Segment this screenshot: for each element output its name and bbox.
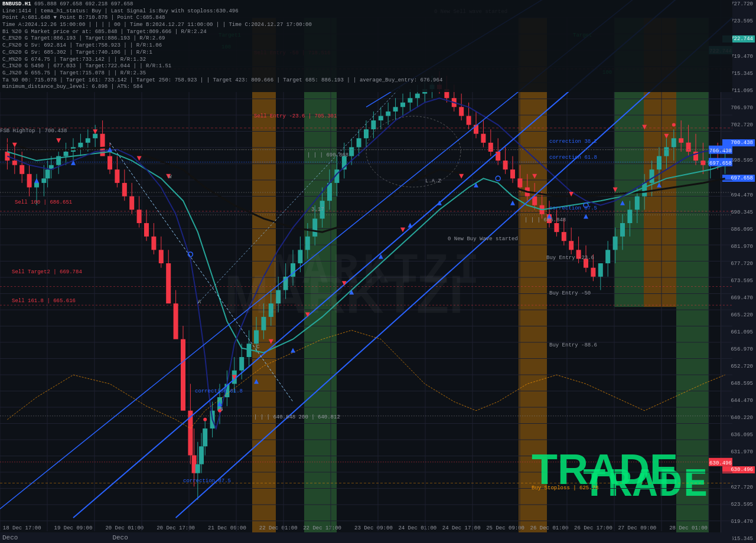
svg-rect-143 [284,277,288,290]
svg-rect-81 [71,147,76,152]
svg-rect-103 [151,237,156,250]
price-label: 673.595 [722,278,755,284]
svg-marker-278 [437,201,442,205]
svg-rect-111 [181,339,185,411]
svg-rect-79 [64,152,69,156]
price-label: 648.595 [722,381,755,387]
price-label: 640.220 [722,415,755,421]
ohlc-values: 695.888 697.658 692.218 697.658 [34,1,133,7]
svg-rect-227 [591,268,595,277]
info-line10: G_J%20 G 655.75 | Target:715.078 | | R/R… [2,70,730,77]
svg-rect-163 [357,138,361,147]
price-label: 686.095 [722,227,755,233]
svg-rect-197 [481,134,485,143]
svg-marker-288 [137,156,142,161]
time-label: 19 Dec 09:00 [54,525,93,531]
svg-rect-231 [605,250,610,263]
time-label: 24 Dec 01:00 [398,525,436,531]
svg-marker-271 [107,147,112,152]
info-line11: Ta %0 00: 715.078 | Target 161: 733.142 … [2,77,730,84]
svg-rect-69 [34,183,39,188]
svg-marker-298 [569,192,573,197]
time-label: 20 Dec 17:00 [157,525,195,531]
time-label: 26 Dec 01:00 [530,525,569,531]
info-line8: C_H%20 G 674.75 | Target:733.142 | | R/R… [2,57,730,64]
chart-annotation: 0 New Buy Wave started [448,236,518,242]
chart-annotation: correction 38.2 [549,139,597,145]
svg-marker-280 [510,201,515,205]
svg-rect-261 [715,161,720,165]
chart-zone [252,18,276,537]
svg-rect-109 [174,303,178,339]
top-info-panel: BNBUSD.H1 695.888 697.658 692.218 697.65… [0,0,732,92]
svg-rect-107 [166,263,171,303]
price-label: 652.720 [722,364,755,369]
svg-point-312 [366,116,461,187]
price-label: 698.595 [722,158,755,163]
svg-rect-161 [349,147,354,156]
chart-zone [676,18,709,537]
price-label: 656.970 [722,346,755,352]
info-line5: C_E%20 G Target:886.193 | Target:886.193… [2,35,730,42]
svg-marker-295 [459,174,464,179]
chart-annotation: Sell 100 | 686.651 [15,199,72,205]
price-label: 630.496 [722,466,755,473]
svg-marker-285 [12,143,17,148]
svg-rect-205 [510,169,515,178]
price-label: 665.220 [722,312,755,318]
svg-rect-95 [122,183,127,197]
chart-annotation: Buy Entry -23.6 [546,255,594,261]
chart-annotation: FSB HighTop | 700.438 [0,128,67,134]
time-label: 26 Dec 17:00 [574,525,612,531]
svg-rect-97 [129,197,134,210]
price-label: 661.095 [722,329,755,335]
price-label: 706.970 [722,105,755,111]
price-label: 690.345 [722,210,755,215]
svg-rect-127 [224,384,229,397]
time-label: 22 Dec 01:00 [259,525,298,531]
svg-rect-191 [459,107,464,116]
deco-right: Deco [112,534,128,541]
svg-rect-91 [107,156,112,170]
chart-container: 697.658722.744630.496700.438MARKTZITRADE… [0,0,756,543]
svg-rect-121 [203,428,207,446]
svg-point-319 [188,252,193,257]
svg-rect-115 [192,455,197,473]
price-label: 627.720 [722,485,755,490]
svg-rect-93 [115,169,119,183]
svg-rect-67 [27,174,32,188]
price-label: 636.095 [722,432,755,438]
svg-marker-275 [349,290,354,295]
svg-rect-223 [576,250,581,259]
svg-rect-221 [569,241,573,250]
svg-marker-287 [93,129,97,134]
svg-rect-99 [137,210,142,223]
price-label: 644.470 [722,398,755,404]
svg-rect-105 [159,250,164,263]
time-label: 25 Dec 09:00 [486,525,524,531]
svg-marker-272 [217,401,222,406]
svg-rect-123 [210,411,215,428]
info-line2: Point A:681.648 ▼ Point B:710.878 | Poin… [2,15,730,22]
svg-rect-75 [49,165,54,170]
svg-rect-259 [708,161,713,165]
deco-left: Deco [2,534,18,541]
svg-point-324 [218,409,221,413]
svg-rect-117 [195,465,200,473]
svg-rect-133 [247,344,252,357]
svg-rect-219 [562,232,566,241]
time-label: 24 Dec 17:00 [442,525,481,531]
svg-rect-203 [503,161,508,169]
info-line6: C_F%20 G Sv: 692.814 | Target:758.923 | … [2,42,730,50]
svg-rect-63 [12,161,17,165]
svg-point-320 [496,176,500,181]
time-label: 20 Dec 01:00 [105,525,144,531]
svg-marker-279 [474,182,478,187]
svg-marker-294 [400,228,405,233]
svg-rect-193 [467,116,471,125]
svg-rect-171 [386,112,390,116]
svg-rect-119 [199,446,204,464]
chart-annotation: correction 61.8 [549,155,597,161]
time-label: 23 Dec 09:00 [354,525,393,531]
svg-rect-101 [144,223,149,237]
